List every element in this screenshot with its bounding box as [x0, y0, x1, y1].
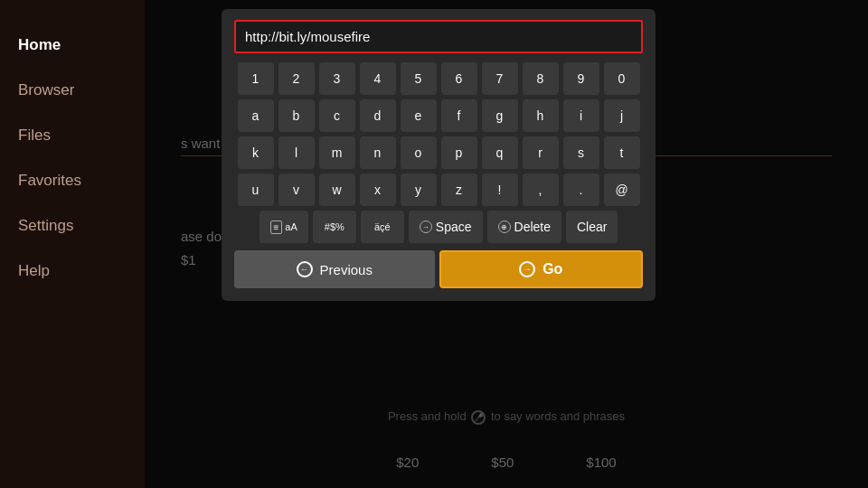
- key-case-toggle[interactable]: ≡ aA: [259, 211, 308, 243]
- key-clear[interactable]: Clear: [566, 211, 618, 243]
- key-space[interactable]: → Space: [409, 211, 483, 243]
- key-5[interactable]: 5: [401, 62, 437, 95]
- number-row: 1 2 3 4 5 6 7 8 9 0: [234, 62, 643, 95]
- key-i[interactable]: i: [563, 99, 599, 132]
- key-3[interactable]: 3: [319, 62, 355, 95]
- key-o[interactable]: o: [401, 136, 437, 169]
- key-0[interactable]: 0: [604, 62, 640, 95]
- key-2[interactable]: 2: [278, 62, 315, 95]
- key-t[interactable]: t: [604, 136, 640, 169]
- key-h[interactable]: h: [523, 99, 559, 132]
- key-comma[interactable]: ,: [523, 174, 559, 206]
- key-1[interactable]: 1: [238, 62, 274, 95]
- key-l[interactable]: l: [278, 136, 315, 169]
- key-9[interactable]: 9: [563, 62, 599, 95]
- key-c[interactable]: c: [319, 99, 355, 132]
- sidebar-label-settings: Settings: [18, 217, 73, 234]
- previous-label: Previous: [320, 262, 373, 277]
- key-g[interactable]: g: [482, 99, 518, 132]
- key-e[interactable]: e: [401, 99, 437, 132]
- key-d[interactable]: d: [360, 99, 396, 132]
- sidebar-item-favorites[interactable]: Favorites: [18, 172, 127, 190]
- key-period[interactable]: .: [563, 174, 599, 206]
- key-at[interactable]: @: [604, 174, 640, 206]
- go-button[interactable]: → Go: [439, 250, 644, 288]
- key-symbols[interactable]: #$%: [313, 211, 356, 243]
- keyboard-bottom-buttons: ← Previous → Go: [234, 250, 643, 288]
- key-q[interactable]: q: [482, 136, 518, 169]
- sidebar-label-files: Files: [18, 127, 51, 144]
- key-y[interactable]: y: [401, 174, 437, 206]
- sidebar-item-home[interactable]: Home: [18, 36, 127, 54]
- key-rows: 1 2 3 4 5 6 7 8 9 0 a b c d e f g h i j …: [234, 62, 643, 243]
- key-4[interactable]: 4: [360, 62, 396, 95]
- key-x[interactable]: x: [360, 174, 396, 206]
- sidebar-label-home: Home: [18, 36, 61, 53]
- key-8[interactable]: 8: [523, 62, 559, 95]
- sidebar-label-favorites: Favorites: [18, 172, 81, 189]
- key-exclaim[interactable]: !: [482, 174, 518, 206]
- sidebar-item-files[interactable]: Files: [18, 127, 127, 145]
- special-row: ≡ aA #$% äçé → Space ⊕ Delete: [234, 211, 643, 243]
- previous-icon: ←: [297, 261, 313, 277]
- key-p[interactable]: p: [441, 136, 477, 169]
- alpha-row-3: u v w x y z ! , . @: [234, 174, 643, 206]
- alpha-row-1: a b c d e f g h i j: [234, 99, 643, 132]
- key-w[interactable]: w: [319, 174, 355, 206]
- keyboard-overlay: 1 2 3 4 5 6 7 8 9 0 a b c d e f g h i j …: [222, 9, 656, 301]
- sidebar-item-help[interactable]: Help: [18, 262, 127, 280]
- key-f[interactable]: f: [441, 99, 477, 132]
- key-6[interactable]: 6: [441, 62, 477, 95]
- key-accents[interactable]: äçé: [361, 211, 404, 243]
- key-v[interactable]: v: [278, 174, 315, 206]
- sidebar-item-browser[interactable]: Browser: [18, 81, 127, 99]
- key-delete[interactable]: ⊕ Delete: [487, 211, 561, 243]
- sidebar-item-settings[interactable]: Settings: [18, 217, 127, 235]
- key-7[interactable]: 7: [482, 62, 518, 95]
- key-s[interactable]: s: [563, 136, 599, 169]
- sidebar-label-help: Help: [18, 262, 50, 279]
- sidebar-label-browser: Browser: [18, 81, 74, 99]
- previous-button[interactable]: ← Previous: [234, 250, 435, 288]
- go-icon: →: [519, 261, 535, 277]
- key-k[interactable]: k: [238, 136, 274, 169]
- key-r[interactable]: r: [523, 136, 559, 169]
- key-a[interactable]: a: [238, 99, 274, 132]
- key-n[interactable]: n: [360, 136, 396, 169]
- key-j[interactable]: j: [604, 99, 640, 132]
- go-label: Go: [542, 261, 562, 277]
- key-b[interactable]: b: [278, 99, 315, 132]
- sidebar: Home Browser Files Favorites Settings He…: [0, 0, 145, 488]
- alpha-row-2: k l m n o p q r s t: [234, 136, 643, 169]
- url-input[interactable]: [234, 20, 643, 53]
- key-m[interactable]: m: [319, 136, 355, 169]
- key-u[interactable]: u: [238, 174, 274, 206]
- key-z[interactable]: z: [441, 174, 477, 206]
